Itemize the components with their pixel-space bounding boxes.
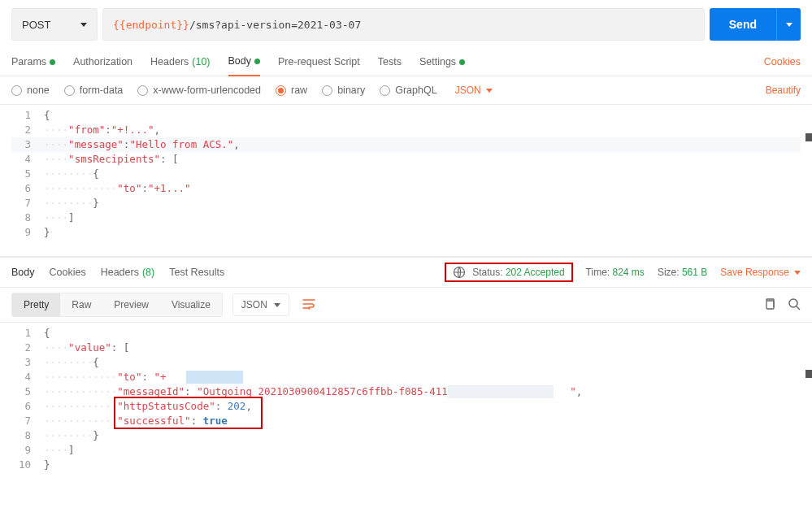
modified-dot-icon xyxy=(50,59,55,65)
line-wrap-button[interactable] xyxy=(296,293,322,317)
copy-icon[interactable] xyxy=(763,297,776,313)
status-highlight-box: Status: 202 Accepted xyxy=(445,263,572,282)
body-format-select[interactable]: JSON xyxy=(455,85,493,96)
response-size: Size: 561 B xyxy=(658,267,707,278)
view-raw[interactable]: Raw xyxy=(60,293,102,316)
radio-icon xyxy=(137,85,148,96)
redacted-highlight xyxy=(186,371,243,384)
tab-tests[interactable]: Tests xyxy=(378,56,402,76)
globe-icon xyxy=(453,266,466,279)
scrollbar-thumb[interactable] xyxy=(805,370,812,378)
response-tab-cookies[interactable]: Cookies xyxy=(50,267,86,278)
view-visualize[interactable]: Visualize xyxy=(160,293,222,316)
body-type-graphql[interactable]: GraphQL xyxy=(380,85,436,96)
send-button[interactable]: Send xyxy=(710,8,801,41)
body-type-urlencoded[interactable]: x-www-form-urlencoded xyxy=(137,85,261,96)
cookies-link[interactable]: Cookies xyxy=(764,56,801,76)
chevron-down-icon xyxy=(794,271,801,275)
http-method-select[interactable]: POST xyxy=(11,8,98,41)
radio-checked-icon xyxy=(276,85,286,96)
tab-headers[interactable]: Headers (10) xyxy=(150,56,210,76)
body-type-binary[interactable]: binary xyxy=(322,85,365,96)
svg-rect-1 xyxy=(766,301,774,309)
body-type-raw[interactable]: raw xyxy=(276,85,307,96)
tab-settings[interactable]: Settings xyxy=(419,56,465,76)
tab-params[interactable]: Params xyxy=(11,56,55,76)
http-method-value: POST xyxy=(22,19,50,31)
redacted-highlight xyxy=(448,385,554,398)
chevron-down-icon xyxy=(786,23,792,27)
response-format-select[interactable]: JSON xyxy=(232,293,289,316)
response-body-editor[interactable]: 1{ 2····"value": [ 3········{ 4·········… xyxy=(0,323,812,484)
modified-dot-icon xyxy=(459,59,465,65)
tab-authorization[interactable]: Authorization xyxy=(73,56,132,76)
response-time: Time: 824 ms xyxy=(586,267,645,278)
view-pretty[interactable]: Pretty xyxy=(12,293,60,316)
status-value: 202 Accepted xyxy=(506,267,565,278)
response-tab-results[interactable]: Test Results xyxy=(169,267,224,278)
tab-body[interactable]: Body xyxy=(228,55,261,76)
url-variable: {{endpoint}} xyxy=(113,19,189,31)
line-wrap-icon xyxy=(302,298,315,310)
modified-dot-icon xyxy=(254,59,260,64)
send-dropdown[interactable] xyxy=(776,8,801,41)
highlight-box xyxy=(114,397,263,429)
request-body-editor[interactable]: 1{ 2····"from":"+!...", 3····"message":"… xyxy=(0,105,812,257)
url-input[interactable]: {{endpoint}}/sms?api-version=2021-03-07 xyxy=(102,8,705,41)
radio-icon xyxy=(380,85,390,96)
response-tab-body[interactable]: Body xyxy=(11,267,35,278)
svg-point-2 xyxy=(789,299,797,307)
beautify-link[interactable]: Beautify xyxy=(766,85,801,96)
radio-icon xyxy=(322,85,332,96)
response-view-tabs: Pretty Raw Preview Visualize xyxy=(11,293,223,317)
view-preview[interactable]: Preview xyxy=(102,293,160,316)
chevron-down-icon xyxy=(80,23,87,27)
chevron-down-icon xyxy=(274,303,280,307)
search-icon[interactable] xyxy=(788,297,801,313)
body-type-formdata[interactable]: form-data xyxy=(64,85,124,96)
url-path: /sms?api-version=2021-03-07 xyxy=(189,19,361,31)
radio-icon xyxy=(11,85,22,96)
body-type-none[interactable]: none xyxy=(11,85,50,96)
tab-pre-request[interactable]: Pre-request Script xyxy=(278,56,360,76)
chevron-down-icon xyxy=(486,89,493,93)
scrollbar-thumb[interactable] xyxy=(805,133,812,141)
radio-icon xyxy=(64,85,75,96)
response-tab-headers[interactable]: Headers (8) xyxy=(101,267,155,278)
save-response-button[interactable]: Save Response xyxy=(720,267,801,278)
